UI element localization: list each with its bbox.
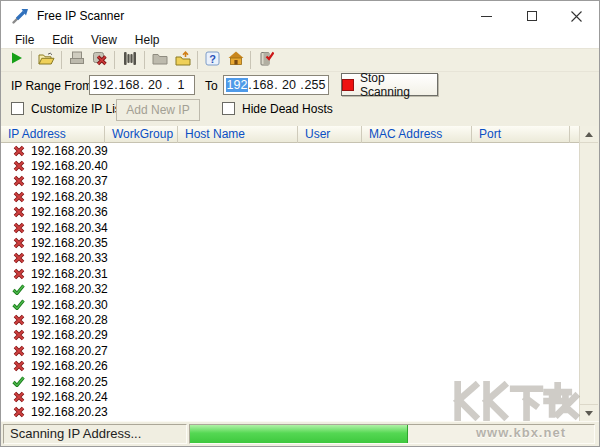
- alive-check-icon: [12, 376, 25, 387]
- list-item[interactable]: 192.168.20.35: [1, 235, 579, 250]
- stop-scanning-label: Stop Scanning: [360, 71, 437, 99]
- folder-button-disabled[interactable]: [148, 50, 171, 71]
- customize-ip-list-checkbox[interactable]: [11, 102, 24, 115]
- save-button-disabled[interactable]: [65, 50, 88, 71]
- customize-ip-list-label: Customize IP List: [31, 102, 124, 116]
- ip-to-input[interactable]: 192.168.20.255: [223, 75, 329, 95]
- stop-scanning-button[interactable]: Stop Scanning: [341, 73, 438, 96]
- dead-x-icon: [12, 268, 25, 280]
- toolbar: ?: [1, 48, 599, 72]
- ip-from-octet-4[interactable]: 1: [170, 78, 192, 92]
- exit-button[interactable]: [254, 50, 277, 71]
- hide-dead-hosts-checkbox[interactable]: [222, 102, 235, 115]
- ip-address: 192.168.20.23: [31, 405, 108, 419]
- column-header-user[interactable]: User: [298, 126, 362, 143]
- dead-x-icon: [12, 360, 25, 372]
- start-scan-button[interactable]: [5, 50, 28, 71]
- dead-x-icon: [12, 314, 25, 326]
- ip-address: 192.168.20.28: [31, 313, 108, 327]
- add-new-ip-button[interactable]: Add New IP: [116, 99, 200, 121]
- home-button[interactable]: [224, 50, 247, 71]
- list-item[interactable]: 192.168.20.38: [1, 189, 579, 204]
- delete-button[interactable]: [88, 50, 111, 71]
- column-header-workgroup[interactable]: WorkGroup Name: [105, 126, 178, 143]
- column-header-hostname[interactable]: Host Name: [178, 126, 298, 143]
- window-title: Free IP Scanner: [37, 9, 124, 23]
- list-item[interactable]: 192.168.20.30: [1, 297, 579, 312]
- scroll-down-button[interactable]: [580, 404, 598, 421]
- add-new-ip-label: Add New IP: [126, 103, 189, 117]
- chevron-down-icon: [585, 411, 593, 416]
- list-item[interactable]: 192.168.20.37: [1, 174, 579, 189]
- chevron-up-icon: [585, 132, 593, 137]
- list-item[interactable]: 192.168.20.28: [1, 312, 579, 327]
- save-disabled-icon: [69, 51, 85, 69]
- exit-door-icon: [258, 51, 274, 70]
- column-header-mac[interactable]: MAC Address: [362, 126, 472, 143]
- list-item[interactable]: 192.168.20.33: [1, 251, 579, 266]
- list-item[interactable]: 192.168.20.27: [1, 343, 579, 358]
- free-ip-scanner-window: Free IP Scanner File Edit View Help: [0, 0, 600, 447]
- maximize-button[interactable]: [509, 1, 554, 31]
- help-icon: ?: [205, 51, 220, 70]
- scan-result-list[interactable]: 192.168.20.39 192.168.20.40 192.168.20.3…: [1, 143, 579, 421]
- menu-file[interactable]: File: [6, 31, 43, 48]
- list-item[interactable]: 192.168.20.29: [1, 328, 579, 343]
- vertical-scrollbar[interactable]: [579, 126, 597, 421]
- list-item[interactable]: 192.168.20.39: [1, 143, 579, 158]
- ip-address: 192.168.20.27: [31, 344, 108, 358]
- delete-x-icon: [92, 51, 108, 70]
- list-item[interactable]: 192.168.20.40: [1, 158, 579, 173]
- ip-to-octet-2[interactable]: 168: [252, 78, 274, 92]
- help-button[interactable]: ?: [201, 50, 224, 71]
- ip-from-input[interactable]: 192.168.20.1: [89, 75, 195, 95]
- folder-disabled-icon: [152, 51, 168, 69]
- minimize-button[interactable]: [464, 1, 509, 31]
- title-bar: Free IP Scanner: [1, 1, 599, 31]
- ip-from-octet-3[interactable]: 20: [144, 78, 166, 92]
- ip-address: 192.168.20.24: [31, 390, 108, 404]
- ip-address: 192.168.20.26: [31, 359, 108, 373]
- scroll-up-button[interactable]: [580, 126, 598, 143]
- list-item[interactable]: 192.168.20.36: [1, 205, 579, 220]
- ip-address: 192.168.20.37: [31, 174, 108, 188]
- home-icon: [228, 51, 244, 69]
- ip-to-octet-1[interactable]: 192: [226, 78, 248, 92]
- menu-help[interactable]: Help: [126, 31, 169, 48]
- export-folder-icon: [174, 51, 191, 70]
- list-item[interactable]: 192.168.20.23: [1, 405, 579, 420]
- ip-address: 192.168.20.33: [31, 251, 108, 265]
- list-item[interactable]: 192.168.20.24: [1, 389, 579, 404]
- menu-view[interactable]: View: [82, 31, 126, 48]
- alive-check-icon: [12, 284, 25, 295]
- progress-bar: [189, 424, 595, 444]
- list-item[interactable]: 192.168.20.34: [1, 220, 579, 235]
- find-binoculars-icon: [123, 51, 137, 70]
- list-item[interactable]: 192.168.20.25: [1, 374, 579, 389]
- dead-x-icon: [12, 222, 25, 234]
- ip-address: 192.168.20.34: [31, 221, 108, 235]
- ip-from-octet-1[interactable]: 192: [92, 78, 114, 92]
- menu-edit[interactable]: Edit: [43, 31, 82, 48]
- progress-fill: [190, 425, 408, 443]
- column-header-ip-address[interactable]: IP Address: [1, 126, 105, 143]
- export-folder-button[interactable]: [171, 50, 194, 71]
- ip-to-octet-3[interactable]: 20: [278, 78, 300, 92]
- toolbar-separator: [114, 51, 115, 69]
- ip-from-octet-2[interactable]: 168: [118, 78, 140, 92]
- toolbar-separator: [197, 51, 198, 69]
- ip-address: 192.168.20.29: [31, 328, 108, 342]
- list-item[interactable]: 192.168.20.32: [1, 282, 579, 297]
- dead-x-icon: [12, 175, 25, 187]
- ip-to-octet-4[interactable]: 255: [304, 78, 326, 92]
- dead-x-icon: [12, 406, 25, 418]
- list-item[interactable]: 192.168.20.31: [1, 266, 579, 281]
- list-item[interactable]: 192.168.20.26: [1, 358, 579, 373]
- column-header-port[interactable]: Port: [472, 126, 570, 143]
- open-button[interactable]: [35, 50, 58, 71]
- close-button[interactable]: [554, 1, 599, 31]
- ip-address: 192.168.20.25: [31, 375, 108, 389]
- find-button[interactable]: [118, 50, 141, 71]
- table-header: IP Address WorkGroup Name Host Name User…: [1, 126, 579, 143]
- dead-x-icon: [12, 191, 25, 203]
